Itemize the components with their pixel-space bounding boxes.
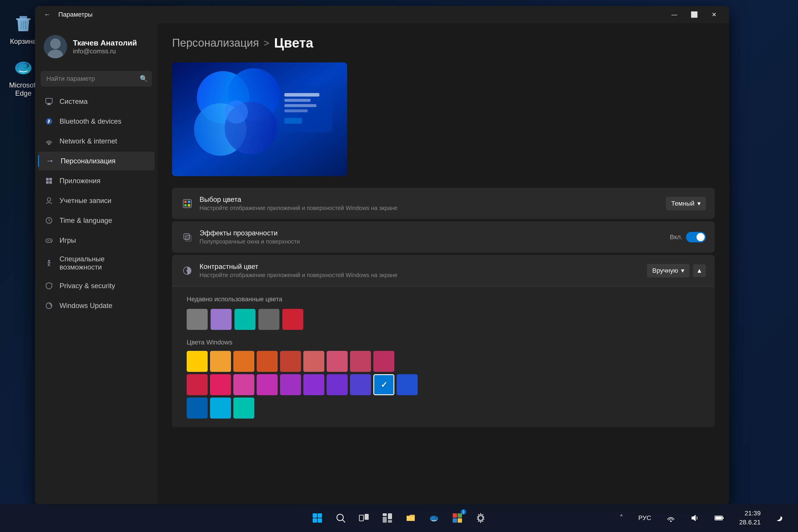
sidebar-item-network[interactable]: Network & internet	[38, 132, 155, 151]
expanded-color-picker: Недавно использованные цвета Цвета Windo…	[172, 286, 715, 427]
svg-rect-11	[47, 104, 51, 105]
win-color-6[interactable]	[327, 351, 348, 372]
taskbar-tray[interactable]: ˄	[615, 511, 628, 525]
svg-point-27	[51, 241, 52, 242]
sidebar-item-accessibility[interactable]: Специальные возможности	[38, 251, 155, 276]
taskbar-edge[interactable]	[425, 509, 443, 527]
close-button[interactable]: ✕	[705, 8, 723, 21]
search-input[interactable]	[41, 71, 152, 86]
win-color-21[interactable]	[233, 398, 254, 419]
svg-rect-18	[49, 181, 52, 184]
contrast-dropdown[interactable]: Вручную ▾	[647, 264, 689, 278]
chevron-up-icon: ˄	[620, 514, 623, 522]
recycle-bin-label: Корзина	[10, 37, 36, 45]
apps-icon	[44, 176, 54, 186]
sidebar-item-personalization[interactable]: Персонализация	[38, 152, 155, 170]
svg-point-53	[186, 270, 188, 271]
svg-point-7	[50, 38, 61, 49]
win-color-0[interactable]	[187, 351, 208, 372]
settings-row-color: Выбор цвета Настройте отображение прилож…	[172, 188, 715, 219]
taskbar-file-explorer[interactable]	[401, 509, 420, 527]
recent-swatch-3[interactable]	[259, 309, 280, 330]
svg-rect-70	[458, 518, 462, 522]
svg-rect-47	[184, 204, 187, 207]
svg-rect-15	[46, 178, 49, 180]
win-color-13[interactable]	[280, 374, 301, 395]
accessibility-icon	[44, 258, 54, 268]
maximize-button[interactable]: ⬜	[685, 8, 703, 21]
color-icon	[181, 197, 194, 210]
taskbar-store[interactable]: 1	[448, 509, 467, 527]
win-color-12[interactable]	[256, 374, 278, 395]
win-color-7[interactable]	[350, 351, 371, 372]
back-button[interactable]: ←	[41, 8, 54, 21]
win-color-18[interactable]	[397, 374, 418, 395]
win-color-8[interactable]	[373, 351, 394, 372]
recent-swatch-1[interactable]	[211, 309, 232, 330]
breadcrumb-parent: Персонализация	[172, 37, 259, 49]
taskbar-clock[interactable]: 21:39 28.6.21	[735, 507, 765, 529]
win-color-16[interactable]	[350, 374, 371, 395]
color-title: Выбор цвета	[200, 195, 660, 204]
minimize-button[interactable]: —	[665, 8, 684, 21]
start-button[interactable]	[308, 509, 327, 527]
win-color-2[interactable]	[233, 351, 254, 372]
win-color-20[interactable]	[210, 398, 231, 419]
svg-rect-76	[716, 516, 722, 519]
win-color-5[interactable]	[303, 351, 324, 372]
transparency-value: Вкл.	[670, 233, 683, 241]
color-dropdown[interactable]: Темный ▾	[666, 197, 706, 210]
recent-swatch-4[interactable]	[282, 309, 303, 330]
taskbar-battery[interactable]	[710, 511, 729, 525]
recent-swatch-0[interactable]	[187, 309, 208, 330]
search-icon[interactable]: 🔍	[140, 75, 148, 82]
sidebar-item-system[interactable]: Система	[38, 92, 155, 111]
win-color-14[interactable]	[303, 374, 324, 395]
svg-rect-51	[185, 234, 190, 240]
win-color-3[interactable]	[256, 351, 278, 372]
breadcrumb-current: Цвета	[274, 35, 313, 51]
sidebar-item-privacy[interactable]: Privacy & security	[38, 277, 155, 295]
win-color-11[interactable]	[233, 374, 254, 395]
win-color-10[interactable]	[210, 374, 231, 395]
sidebar-item-time[interactable]: Time & language	[38, 211, 155, 230]
sidebar-item-update[interactable]: Windows Update	[38, 296, 155, 315]
title-bar: ← Параметры — ⬜ ✕	[35, 6, 729, 23]
win-color-4[interactable]	[280, 351, 301, 372]
gaming-icon	[44, 235, 54, 246]
privacy-label: Privacy & security	[59, 282, 115, 290]
sidebar-item-bluetooth[interactable]: Bluetooth & devices	[38, 112, 155, 131]
taskbar-lang[interactable]: РУС	[634, 512, 656, 524]
win-color-1[interactable]	[210, 351, 231, 372]
color-value: Темный	[671, 200, 695, 207]
update-label: Windows Update	[59, 302, 112, 310]
sidebar-item-gaming[interactable]: Игры	[38, 231, 155, 250]
recycle-bin-icon	[12, 12, 35, 35]
user-profile[interactable]: Ткачев Анатолий info@comss.ru	[38, 29, 155, 67]
contrast-expand-button[interactable]: ▲	[693, 264, 706, 277]
taskbar-network-icon[interactable]	[662, 511, 680, 525]
recent-swatch-2[interactable]	[234, 309, 255, 330]
recent-colors-label: Недавно использованные цвета	[187, 296, 700, 303]
network-icon	[44, 136, 54, 147]
edge-label: Microsoft Edge	[9, 81, 38, 97]
transparency-toggle[interactable]	[686, 232, 706, 242]
avatar-image	[44, 35, 67, 58]
time-icon	[44, 215, 54, 226]
sidebar-item-apps[interactable]: Приложения	[38, 171, 155, 190]
taskbar-widgets[interactable]	[378, 509, 397, 527]
win-color-17[interactable]	[373, 374, 394, 395]
taskbar-moon[interactable]	[771, 511, 789, 525]
settings-section-contrast: Контрастный цвет Настройте отображение п…	[172, 255, 715, 427]
lang-label: РУС	[639, 514, 651, 522]
taskbar-search[interactable]	[331, 509, 350, 527]
breadcrumb-separator: >	[264, 37, 269, 49]
win-color-15[interactable]	[327, 374, 348, 395]
win-color-19[interactable]	[187, 398, 208, 419]
taskbar-settings-pinned[interactable]	[471, 509, 490, 527]
store-badge: 1	[461, 509, 466, 514]
taskbar-taskview[interactable]	[355, 509, 373, 527]
win-color-9[interactable]	[187, 374, 208, 395]
sidebar-item-accounts[interactable]: Учетные записи	[38, 191, 155, 210]
taskbar-volume[interactable]	[686, 511, 704, 525]
